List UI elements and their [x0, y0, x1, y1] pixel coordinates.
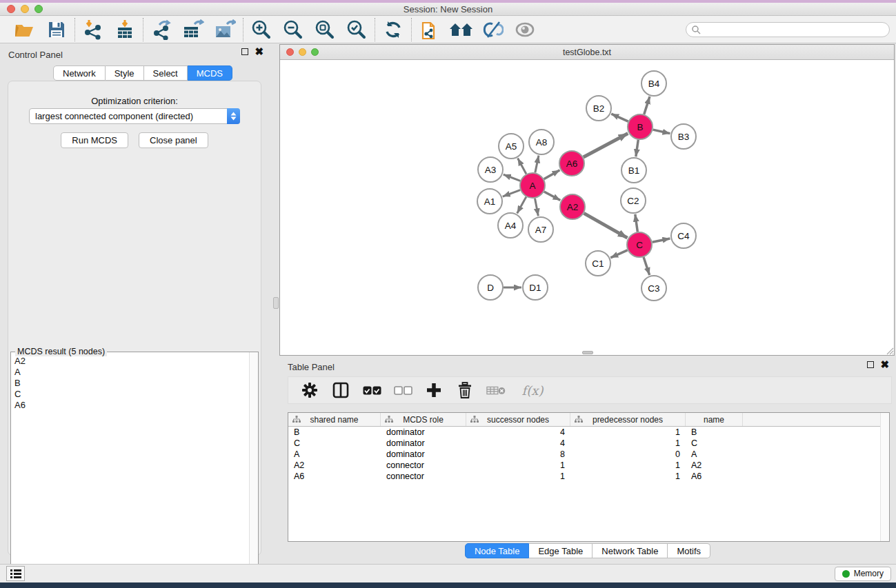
list-item[interactable]: C: [14, 389, 248, 400]
mcds-tab-content: Optimization criterion: largest connecte…: [8, 81, 261, 556]
tab-mcds[interactable]: MCDS: [188, 65, 232, 81]
graph-edge[interactable]: [517, 197, 526, 214]
zoom-out-button[interactable]: [281, 19, 306, 41]
export-network-button[interactable]: [149, 19, 174, 41]
graph-node-label: C4: [677, 231, 690, 241]
graph-edge[interactable]: [584, 133, 628, 157]
graph-edge[interactable]: [644, 97, 650, 114]
close-panel-button[interactable]: Close panel: [139, 132, 208, 148]
open-session-button[interactable]: [12, 19, 37, 41]
result-scrollbar[interactable]: [249, 352, 258, 587]
float-panel-icon[interactable]: [867, 361, 874, 368]
attribute-tree-icon: [575, 416, 583, 423]
export-table-button[interactable]: [181, 19, 206, 41]
cell-name: B: [686, 427, 743, 437]
deselect-all-button[interactable]: [393, 381, 412, 400]
graph-edge[interactable]: [535, 199, 539, 216]
delete-table-button[interactable]: [486, 381, 506, 400]
columns-icon: [332, 382, 349, 398]
tab-style[interactable]: Style: [106, 65, 144, 81]
new-network-from-selection-button[interactable]: [417, 19, 442, 41]
graph-node-label: C3: [648, 283, 659, 294]
column-label: MCDS role: [403, 415, 444, 425]
show-column-button[interactable]: [331, 381, 350, 400]
show-hide-eye-button[interactable]: [512, 19, 537, 41]
import-network-icon: [83, 19, 103, 40]
table-settings-button[interactable]: [300, 381, 319, 400]
float-panel-icon[interactable]: [241, 48, 248, 55]
select-all-button[interactable]: [362, 381, 381, 400]
tab-select[interactable]: Select: [144, 65, 188, 81]
panel-splitter-handle[interactable]: [273, 297, 279, 309]
cell-successor-nodes: 1: [466, 472, 570, 481]
save-session-button[interactable]: [44, 19, 69, 41]
tab-network[interactable]: Network: [53, 65, 106, 81]
graph-edge[interactable]: [504, 174, 521, 181]
mcds-result-list[interactable]: A2 A B C A6: [12, 356, 248, 586]
table-scrollbar[interactable]: [880, 413, 889, 541]
function-builder-button[interactable]: f(x): [517, 381, 548, 400]
table-row[interactable]: A dominator 8 0 A: [288, 449, 889, 460]
graph-edge[interactable]: [653, 130, 670, 134]
graph-edge[interactable]: [636, 140, 638, 156]
graph-edge[interactable]: [535, 156, 539, 173]
close-panel-icon[interactable]: ✖: [255, 48, 263, 55]
graph-edge[interactable]: [518, 159, 526, 174]
graph-edge[interactable]: [544, 170, 560, 179]
task-history-button[interactable]: [6, 566, 25, 581]
network-window-title: testGlobe.txt: [280, 48, 894, 57]
graph-edge[interactable]: [611, 114, 628, 121]
cell-shared-name: A2: [288, 460, 381, 470]
graph-edge[interactable]: [610, 250, 627, 258]
tab-node-table[interactable]: Node Table: [465, 543, 530, 558]
zoom-in-button[interactable]: [249, 19, 274, 41]
table-row[interactable]: A6 connector 1 1 A6: [288, 471, 889, 482]
graph-edge[interactable]: [653, 239, 670, 242]
delete-column-button[interactable]: [455, 381, 475, 400]
graph-edge[interactable]: [644, 257, 650, 275]
graph-edge[interactable]: [503, 190, 520, 196]
export-image-button[interactable]: [212, 19, 237, 41]
graph-edge[interactable]: [584, 213, 628, 238]
zoom-fit-button[interactable]: [312, 19, 337, 41]
memory-button[interactable]: Memory: [835, 567, 891, 581]
list-item[interactable]: A6: [14, 400, 248, 411]
network-canvas-svg[interactable]: ABCA2A6A1A3A4A5A7A8B1B2B3B4C1C2C3C4DD1: [280, 60, 894, 355]
column-header-shared-name[interactable]: shared name: [288, 413, 381, 426]
export-table-icon: [182, 19, 204, 40]
tab-network-table[interactable]: Network Table: [593, 543, 668, 558]
run-mcds-button[interactable]: Run MCDS: [61, 132, 128, 148]
list-item[interactable]: A: [14, 367, 248, 378]
tab-edge-table[interactable]: Edge Table: [529, 543, 593, 558]
zoom-selected-button[interactable]: [344, 19, 369, 41]
tab-motifs[interactable]: Motifs: [668, 543, 710, 558]
graph-edge[interactable]: [544, 192, 561, 201]
column-header-successor-nodes[interactable]: successor nodes: [466, 413, 570, 426]
graph-node-label: B: [637, 122, 643, 132]
network-hscroll-thumb[interactable]: [582, 351, 593, 354]
network-window-titlebar[interactable]: testGlobe.txt: [280, 45, 894, 60]
list-item[interactable]: A2: [14, 356, 248, 367]
hide-graphics-details-button[interactable]: [481, 19, 506, 41]
column-header-name[interactable]: name: [686, 413, 743, 426]
graph-edge[interactable]: [635, 214, 638, 232]
column-header-mcds-role[interactable]: MCDS role: [381, 413, 466, 426]
cell-name: A6: [686, 472, 743, 481]
search-input[interactable]: [701, 25, 880, 34]
import-table-button[interactable]: [112, 19, 137, 41]
table-row[interactable]: B dominator 4 1 B: [288, 427, 889, 438]
import-network-button[interactable]: [81, 19, 106, 41]
close-panel-icon[interactable]: ✖: [880, 361, 889, 368]
search-field[interactable]: [686, 22, 890, 37]
refresh-button[interactable]: [381, 19, 406, 41]
column-header-predecessor-nodes[interactable]: predecessor nodes: [570, 413, 686, 426]
resize-grip-icon[interactable]: [886, 347, 894, 355]
criterion-dropdown[interactable]: largest connected component (directed): [29, 108, 240, 124]
zoom-fit-icon: [315, 19, 335, 40]
table-row[interactable]: C dominator 4 1 C: [288, 438, 889, 449]
table-row[interactable]: A2 connector 1 1 A2: [288, 460, 889, 471]
open-browser-button[interactable]: [449, 19, 474, 41]
list-item[interactable]: B: [14, 378, 248, 389]
graph-node-label: D1: [529, 283, 541, 293]
add-column-button[interactable]: [424, 381, 444, 400]
